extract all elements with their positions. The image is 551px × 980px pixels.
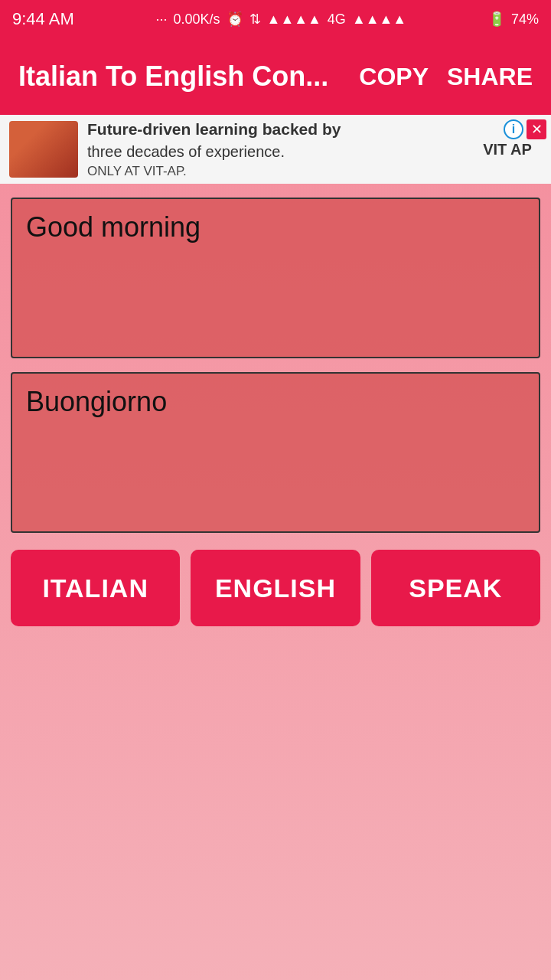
ad-line3: ONLY AT VIT-AP. xyxy=(87,162,464,181)
ad-line1: Future-driven learning backed by xyxy=(87,118,464,140)
alarm-icon: ⏰ xyxy=(227,11,243,28)
share-button[interactable]: SHARE xyxy=(447,63,533,91)
signal-icon2: ▲▲▲▲ xyxy=(352,11,406,28)
ad-text: Future-driven learning backed by three d… xyxy=(78,118,473,180)
arrow-icon: ⇅ xyxy=(249,11,261,28)
ad-logo: VIT AP xyxy=(473,141,542,158)
ad-image xyxy=(9,121,78,178)
battery-icon: 🔋 xyxy=(488,11,505,28)
output-text-area[interactable] xyxy=(11,372,540,533)
english-button[interactable]: ENGLISH xyxy=(191,550,360,626)
network-speed-label: 0.00K/s xyxy=(174,11,220,28)
main-content: ITALIAN ENGLISH SPEAK xyxy=(0,184,551,640)
app-title: Italian To English Con... xyxy=(18,60,359,93)
ad-info-button[interactable]: i xyxy=(504,119,523,139)
action-buttons: ITALIAN ENGLISH SPEAK xyxy=(11,550,540,626)
dots-icon: ··· xyxy=(156,11,168,28)
status-center: ··· 0.00K/s ⏰ ⇅ ▲▲▲▲ 4G ▲▲▲▲ xyxy=(156,11,407,28)
copy-button[interactable]: COPY xyxy=(359,63,429,91)
4g-label: 4G xyxy=(328,11,346,28)
ad-logo-text: VIT AP xyxy=(483,141,532,158)
battery-label: 74% xyxy=(511,11,539,28)
italian-button[interactable]: ITALIAN xyxy=(11,550,180,626)
status-bar: 9:44 AM ··· 0.00K/s ⏰ ⇅ ▲▲▲▲ 4G ▲▲▲▲ 🔋 7… xyxy=(0,0,551,38)
time-label: 9:44 AM xyxy=(12,9,74,29)
input-text-area[interactable] xyxy=(11,198,540,358)
top-bar-actions: COPY SHARE xyxy=(359,63,533,91)
signal-icon: ▲▲▲▲ xyxy=(267,11,321,28)
ad-line2: three decades of experience. xyxy=(87,141,464,162)
ad-banner: Future-driven learning backed by three d… xyxy=(0,115,551,184)
ad-close-button[interactable]: ✕ xyxy=(527,119,546,139)
speak-button[interactable]: SPEAK xyxy=(371,550,540,626)
status-right: 🔋 74% xyxy=(488,11,539,28)
status-time: 9:44 AM xyxy=(12,9,74,29)
top-bar: Italian To English Con... COPY SHARE xyxy=(0,38,551,115)
